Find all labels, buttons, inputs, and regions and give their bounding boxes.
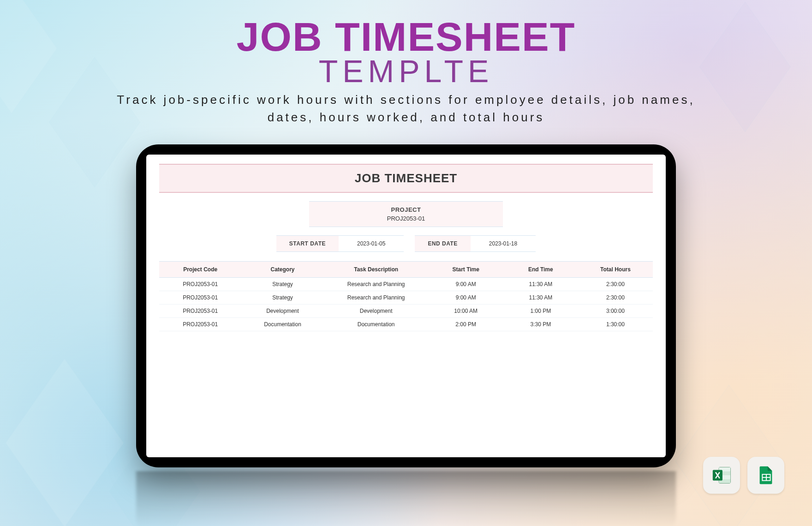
cell-category: Strategy [241, 281, 323, 287]
cell-code: PROJ2053-01 [159, 281, 241, 287]
table-row: PROJ2053-01 Development Development 10:0… [159, 305, 653, 318]
start-date-value: 2023-01-05 [339, 235, 404, 252]
cell-start: 9:00 AM [429, 294, 503, 301]
excel-icon [711, 465, 732, 486]
cell-start: 10:00 AM [429, 308, 503, 314]
cell-start: 2:00 PM [429, 321, 503, 328]
cell-category: Strategy [241, 294, 323, 301]
sheet-title: JOB TIMESHEET [159, 164, 653, 193]
cell-end: 11:30 AM [503, 294, 578, 301]
sheets-badge [747, 457, 784, 494]
google-sheets-icon [755, 465, 776, 486]
col-total-hours: Total Hours [578, 266, 653, 273]
app-badges [703, 457, 784, 494]
start-date-label: START DATE [276, 235, 339, 252]
page-tagline: Track job-specific work hours with secti… [106, 91, 706, 126]
cell-code: PROJ2053-01 [159, 294, 241, 301]
cell-code: PROJ2053-01 [159, 321, 241, 328]
col-task-description: Task Description [324, 266, 429, 273]
excel-badge [703, 457, 740, 494]
cell-task: Research and Planning [324, 281, 429, 287]
tablet-container: JOB TIMESHEET PROJECT PROJ2053-01 START … [0, 144, 812, 467]
end-date-label: END DATE [415, 235, 470, 252]
cell-start: 9:00 AM [429, 281, 503, 287]
end-date-pair: END DATE 2023-01-18 [415, 235, 536, 252]
project-value: PROJ2053-01 [309, 215, 503, 222]
tablet-reflection [136, 471, 676, 526]
page-title-main: JOB TIMESHEET [0, 17, 812, 57]
col-project-code: Project Code [159, 266, 241, 273]
cell-task: Documentation [324, 321, 429, 328]
cell-end: 1:00 PM [503, 308, 578, 314]
table-row: PROJ2053-01 Strategy Research and Planni… [159, 278, 653, 291]
cell-total: 3:00:00 [578, 308, 653, 314]
date-row: START DATE 2023-01-05 END DATE 2023-01-1… [159, 235, 653, 252]
cell-total: 1:30:00 [578, 321, 653, 328]
cell-end: 3:30 PM [503, 321, 578, 328]
tablet-screen: JOB TIMESHEET PROJECT PROJ2053-01 START … [146, 155, 666, 457]
table-row: PROJ2053-01 Documentation Documentation … [159, 318, 653, 331]
hero-header: JOB TIMESHEET TEMPLTE Track job-specific… [0, 0, 812, 126]
table-row: PROJ2053-01 Strategy Research and Planni… [159, 291, 653, 305]
cell-category: Development [241, 308, 323, 314]
tablet-device: JOB TIMESHEET PROJECT PROJ2053-01 START … [136, 144, 676, 467]
start-date-pair: START DATE 2023-01-05 [276, 235, 404, 252]
col-category: Category [241, 266, 323, 273]
cell-end: 11:30 AM [503, 281, 578, 287]
project-label: PROJECT [309, 206, 503, 213]
grid-header: Project Code Category Task Description S… [159, 261, 653, 278]
timesheet-grid: Project Code Category Task Description S… [159, 261, 653, 331]
page-title-sub: TEMPLTE [0, 55, 812, 87]
project-block: PROJECT PROJ2053-01 [159, 201, 653, 227]
end-date-value: 2023-01-18 [471, 235, 536, 252]
col-start-time: Start Time [429, 266, 503, 273]
cell-code: PROJ2053-01 [159, 308, 241, 314]
cell-category: Documentation [241, 321, 323, 328]
cell-total: 2:30:00 [578, 281, 653, 287]
cell-total: 2:30:00 [578, 294, 653, 301]
col-end-time: End Time [503, 266, 578, 273]
cell-task: Development [324, 308, 429, 314]
cell-task: Research and Planning [324, 294, 429, 301]
